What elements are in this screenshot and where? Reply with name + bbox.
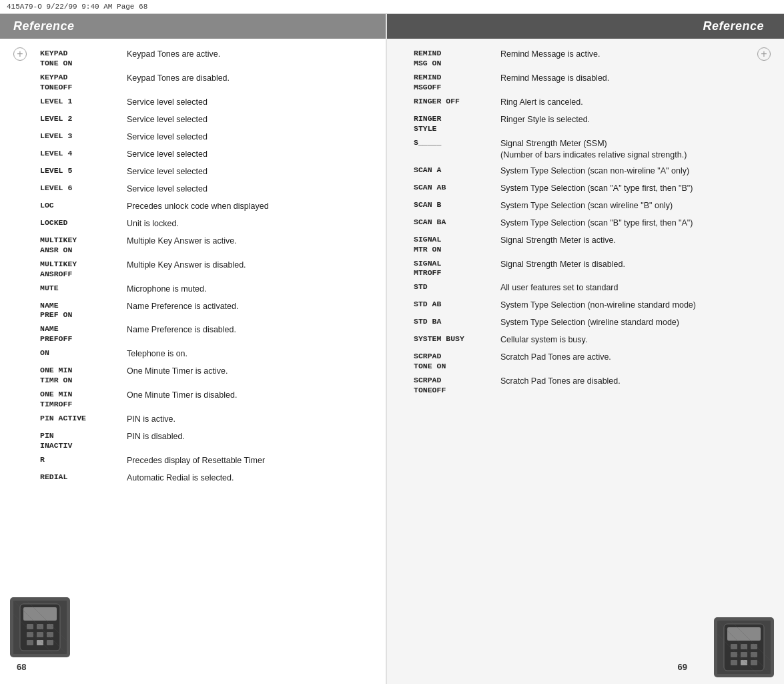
entry-desc: Cellular system is busy. bbox=[500, 334, 771, 346]
entry-code: MUTE bbox=[40, 284, 127, 294]
entry-code: PININACTIV bbox=[40, 431, 127, 451]
entry-code: RINGERSTYLE bbox=[414, 114, 500, 134]
entry-code: R bbox=[40, 455, 127, 465]
left-content: KEYPADTONE ONKeypad Tones are active.KEY… bbox=[0, 39, 386, 657]
entry-code: KEYPADTONEOFF bbox=[40, 73, 127, 93]
list-item: SCAN BASystem Type Selection (scan "B" t… bbox=[414, 218, 771, 231]
entry-code: LEVEL 6 bbox=[40, 184, 127, 194]
entry-code: SIGNALMTR ON bbox=[414, 235, 500, 255]
svg-rect-5 bbox=[47, 624, 53, 629]
entry-desc: Scratch Pad Tones are disabled. bbox=[500, 376, 771, 388]
entry-desc: Unit is locked. bbox=[127, 218, 372, 230]
list-item: LEVEL 6Service level selected bbox=[40, 184, 372, 197]
list-item: REMINDMSG ONRemind Message is active. bbox=[414, 49, 771, 69]
list-item: SCAN ABSystem Type Selection (scan "A" t… bbox=[414, 183, 771, 196]
entry-code: SIGNALMTROFF bbox=[414, 259, 500, 279]
file-info: 415A79-O 9/22/99 9:40 AM Page 68 bbox=[7, 3, 147, 11]
entry-code: S_____ bbox=[414, 138, 500, 148]
entry-code: SYSTEM BUSY bbox=[414, 334, 500, 344]
list-item: NAMEPREF ONName Preference is activated. bbox=[40, 301, 372, 321]
list-item: LEVEL 2Service level selected bbox=[40, 114, 372, 127]
entry-desc: Multiple Key Answer is active. bbox=[127, 236, 372, 248]
entry-desc: Keypad Tones are active. bbox=[127, 49, 372, 61]
entry-desc: Service level selected bbox=[127, 149, 372, 161]
entry-code: SCRPADTONE ON bbox=[414, 352, 500, 372]
entry-desc: Service level selected bbox=[127, 97, 372, 109]
entry-code: LEVEL 2 bbox=[40, 114, 127, 124]
svg-rect-26 bbox=[751, 660, 757, 665]
entry-code: SCAN B bbox=[414, 200, 500, 210]
entry-desc: System Type Selection (scan non-wireline… bbox=[500, 165, 771, 178]
entry-code: NAMEPREFOFF bbox=[40, 324, 127, 344]
entry-desc: Keypad Tones are disabled. bbox=[127, 73, 372, 85]
entry-code: PIN ACTIVE bbox=[40, 414, 127, 424]
list-item: PIN ACTIVEPIN is active. bbox=[40, 414, 372, 427]
entry-code: LOCKED bbox=[40, 218, 127, 228]
svg-rect-7 bbox=[37, 632, 43, 637]
list-item: NAMEPREFOFFName Preference is disabled. bbox=[40, 324, 372, 344]
list-item: SCRPADTONEOFFScratch Pad Tones are disab… bbox=[414, 376, 771, 396]
crosshair-top-left bbox=[13, 47, 27, 61]
list-item: SCRPADTONE ONScratch Pad Tones are activ… bbox=[414, 352, 771, 372]
entry-code: KEYPADTONE ON bbox=[40, 49, 127, 69]
entry-desc: System Type Selection (non-wireline stan… bbox=[500, 300, 771, 312]
entry-desc: System Type Selection (scan "A" type fir… bbox=[500, 183, 771, 195]
list-item: SIGNALMTR ONSignal Strength Meter is act… bbox=[414, 235, 771, 255]
list-item: LOCKEDUnit is locked. bbox=[40, 218, 372, 232]
list-item: STD BASystem Type Selection (wireline st… bbox=[414, 317, 771, 330]
entry-code: STD AB bbox=[414, 300, 500, 310]
list-item: MUTEMicrophone is muted. bbox=[40, 284, 372, 297]
list-item: LEVEL 4Service level selected bbox=[40, 149, 372, 162]
entry-code: LEVEL 1 bbox=[40, 97, 127, 107]
list-item: RINGER OFFRing Alert is canceled. bbox=[414, 97, 771, 110]
entry-code: ONE MINTIMR ON bbox=[40, 366, 127, 386]
phone-image-left bbox=[10, 597, 70, 657]
entry-code: LEVEL 4 bbox=[40, 149, 127, 159]
entry-desc: Name Preference is activated. bbox=[127, 301, 372, 313]
list-item: STD ABSystem Type Selection (non-wirelin… bbox=[414, 300, 771, 313]
left-header: Reference bbox=[0, 14, 386, 39]
list-item: REMINDMSGOFFRemind Message is disabled. bbox=[414, 73, 771, 93]
entry-code: RINGER OFF bbox=[414, 97, 500, 107]
list-item: LEVEL 1Service level selected bbox=[40, 97, 372, 110]
entry-code: SCRPADTONEOFF bbox=[414, 376, 500, 396]
left-page-number: 68 bbox=[10, 657, 376, 677]
list-item: LOCPrecedes unlock code when displayed bbox=[40, 201, 372, 214]
entry-desc: Telephone is on. bbox=[127, 348, 372, 360]
list-item: SYSTEM BUSYCellular system is busy. bbox=[414, 334, 771, 348]
entry-desc: System Type Selection (wireline standard… bbox=[500, 317, 771, 329]
top-bar: 415A79-O 9/22/99 9:40 AM Page 68 bbox=[0, 0, 784, 14]
svg-rect-22 bbox=[741, 652, 747, 657]
entry-desc: Remind Message is disabled. bbox=[500, 73, 771, 85]
list-item: KEYPADTONEOFFKeypad Tones are disabled. bbox=[40, 73, 372, 93]
entry-code: STD BA bbox=[414, 317, 500, 327]
entry-desc: Service level selected bbox=[127, 166, 372, 178]
entry-code: ON bbox=[40, 348, 127, 358]
entry-code: STD bbox=[414, 282, 500, 292]
list-item: ONTelephone is on. bbox=[40, 348, 372, 362]
list-item: LEVEL 3Service level selected bbox=[40, 131, 372, 145]
list-item: MULTIKEYANSR ONMultiple Key Answer is ac… bbox=[40, 236, 372, 256]
right-header: Reference bbox=[387, 14, 784, 39]
entry-desc: Service level selected bbox=[127, 184, 372, 196]
entry-code: MULTIKEYANSR ON bbox=[40, 236, 127, 256]
list-item: ONE MINTIMROFFOne Minute Timer is disabl… bbox=[40, 390, 372, 410]
entry-desc: Precedes display of Resettable Timer bbox=[127, 455, 372, 467]
entry-desc: One Minute Timer is active. bbox=[127, 366, 372, 378]
list-item: SCAN BSystem Type Selection (scan wireli… bbox=[414, 200, 771, 214]
list-item: LEVEL 5Service level selected bbox=[40, 166, 372, 180]
entry-desc: Ringer Style is selected. bbox=[500, 114, 771, 126]
entry-desc: Microphone is muted. bbox=[127, 284, 372, 296]
entry-desc: Remind Message is active. bbox=[500, 49, 771, 61]
svg-rect-20 bbox=[751, 644, 757, 649]
list-item: KEYPADTONE ONKeypad Tones are active. bbox=[40, 49, 372, 69]
svg-rect-9 bbox=[27, 640, 33, 645]
entry-code: MULTIKEYANSROFF bbox=[40, 260, 127, 280]
entry-code: REMINDMSG ON bbox=[414, 49, 500, 69]
right-page: Reference REMINDMSG ONRemind Message is … bbox=[387, 14, 784, 684]
svg-rect-11 bbox=[47, 640, 53, 645]
entry-desc: PIN is disabled. bbox=[127, 431, 372, 443]
entry-code: LOC bbox=[40, 201, 127, 211]
entry-code: NAMEPREF ON bbox=[40, 301, 127, 321]
entry-desc: Automatic Redial is selected. bbox=[127, 472, 372, 484]
